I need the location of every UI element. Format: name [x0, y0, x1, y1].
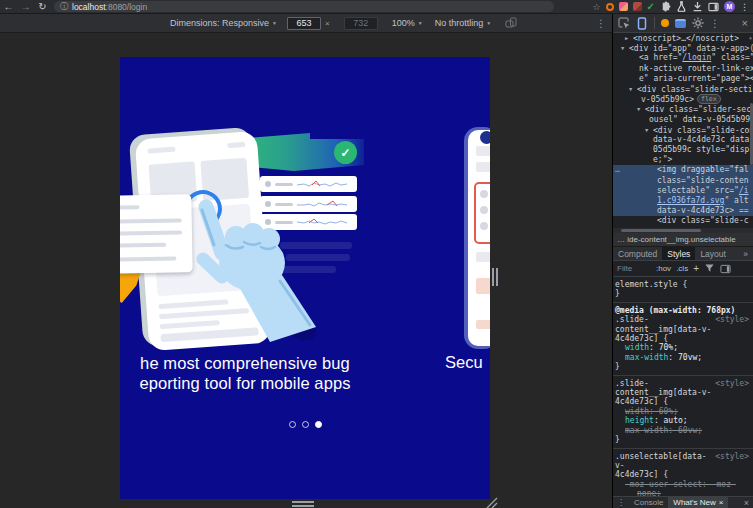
extension-red-icon[interactable] — [633, 2, 642, 11]
overridden-rule[interactable]: <style>.slide- content__img[data-v- 4c4d… — [613, 376, 753, 449]
tab-styles[interactable]: Styles — [662, 247, 695, 260]
tree-row-selected[interactable]: …<img draggable="fal — [613, 165, 753, 175]
twisty-icon[interactable]: ▼ — [645, 125, 653, 135]
selector-text[interactable]: .slide- — [615, 379, 649, 388]
viewport-resize-handle-bottom[interactable] — [292, 501, 314, 507]
css-property-overridden[interactable]: max-width: 60vw; — [615, 426, 749, 435]
carousel-dot-1[interactable] — [289, 421, 296, 428]
zoom-select[interactable]: 100% ▼ — [392, 18, 423, 28]
devtools-close-icon[interactable]: × — [742, 17, 748, 29]
hover-state-toggle[interactable]: :hov — [656, 264, 671, 273]
profile-avatar[interactable]: M — [724, 1, 735, 12]
viewport-resize-handle-corner[interactable] — [484, 495, 498, 508]
puzzle-icon[interactable] — [660, 1, 671, 12]
more-tabs-icon[interactable]: » — [738, 247, 753, 260]
twisty-icon[interactable]: ▼ — [629, 84, 637, 94]
css-property-overridden[interactable]: -moz-user-select: -moz- — [615, 480, 749, 489]
css-property[interactable]: height: auto; — [615, 416, 749, 425]
tab-close-icon[interactable]: × — [719, 498, 724, 507]
device-toolbar-menu-icon[interactable]: ⋮ — [596, 18, 606, 29]
selector-text[interactable]: 4c4de73c] { — [615, 334, 749, 343]
device-toggle-icon[interactable] — [636, 17, 648, 30]
bookmark-icon[interactable]: ☆ — [593, 2, 601, 12]
site-info-icon[interactable]: ⓘ — [60, 1, 68, 12]
tree-row-selected[interactable]: class="slide-conten — [613, 176, 753, 186]
tree-row[interactable]: nk-active router-link-exa — [613, 64, 753, 74]
flex-badge[interactable]: flex — [697, 94, 721, 104]
side-panel-icon[interactable] — [708, 2, 719, 12]
forward-icon[interactable]: → — [17, 0, 34, 14]
tree-row[interactable]: ▼<div class="slider-sectio — [613, 84, 753, 94]
back-icon[interactable]: ← — [0, 0, 17, 14]
style-origin-link[interactable]: <style> — [715, 452, 749, 461]
extension-check-icon[interactable]: ✓ — [647, 2, 655, 12]
viewport-height-input[interactable]: 732 — [344, 17, 378, 30]
selector-text[interactable]: 4c4de73c] { — [615, 470, 749, 479]
css-property-overridden[interactable]: none; — [615, 489, 749, 496]
tree-row[interactable]: e" aria-current="page"></a — [613, 74, 753, 84]
responsive-viewport[interactable]: ✓ — [120, 57, 490, 499]
download-icon[interactable] — [692, 1, 703, 12]
css-property[interactable]: max-width: 70vw; — [615, 353, 749, 362]
breadcrumb[interactable]: … ide-content__img.unselectable — [613, 233, 753, 247]
throttling-select[interactable]: No throttling ▼ — [435, 18, 491, 28]
tree-row[interactable]: ▼<div class="slide-con — [613, 125, 753, 135]
inspect-element-icon[interactable] — [618, 17, 630, 29]
flask-icon[interactable] — [676, 1, 687, 12]
twisty-icon[interactable]: ▶ — [625, 33, 633, 43]
selector-text[interactable]: .slide- — [615, 315, 649, 324]
tree-row[interactable]: ousel" data-v-05d5b99c> — [613, 115, 753, 125]
drawer-menu-icon[interactable]: ⋮ — [613, 498, 629, 507]
carousel-dot-3[interactable] — [315, 421, 322, 428]
style-origin-link[interactable]: <style> — [715, 379, 749, 388]
recorder-dot-icon[interactable] — [661, 19, 669, 27]
tree-row[interactable]: <a href="/login" class="r — [613, 53, 753, 63]
tab-layout[interactable]: Layout — [695, 247, 731, 260]
selector-text[interactable]: content__img[data-v- — [615, 388, 749, 397]
tree-row-selected[interactable]: 1.c936fa7d.svg" alt — [613, 196, 753, 206]
funnel-icon[interactable] — [704, 263, 715, 274]
tree-row[interactable]: ▼<div id="app" data-v-app>( — [613, 43, 753, 53]
tree-row[interactable]: e;"> — [613, 155, 753, 165]
tree-row-selected[interactable]: data-v-4c4de73c> == — [613, 206, 753, 216]
drawer-close-icon[interactable]: × — [740, 498, 753, 508]
twisty-icon[interactable]: ▼ — [637, 104, 645, 114]
element-style-rule[interactable]: element.style { } — [613, 277, 753, 303]
tree-row[interactable]: ▶<noscript>…</noscript> — [613, 33, 753, 43]
scroll-up-icon[interactable]: ▲ — [749, 34, 752, 40]
viewport-width-input[interactable]: 653 — [287, 17, 321, 30]
unselectable-rule[interactable]: <style>.unselectable[data-v- 4c4de73c] {… — [613, 449, 753, 497]
scrollbar-thumb[interactable] — [621, 229, 701, 232]
at-media-rule[interactable]: @media (max-width: 768px) — [615, 306, 749, 315]
selector-text[interactable]: content__img[data-v- — [615, 325, 749, 334]
address-bar[interactable]: ⓘ localhost :8080/login — [54, 1, 554, 12]
refresh-icon[interactable]: ↻ — [34, 0, 51, 14]
selector-text[interactable]: .unselectable[data-v- — [615, 452, 707, 470]
style-origin-link[interactable]: <style> — [715, 315, 749, 324]
tree-row[interactable]: v-05d5b99c>flex — [613, 94, 753, 104]
media-rule[interactable]: @media (max-width: 768px) <style>.slide-… — [613, 303, 753, 376]
gutter-ellipsis[interactable]: … — [615, 165, 620, 175]
tree-row[interactable]: <div class="slide-c — [613, 216, 753, 226]
devtools-menu-icon[interactable]: ⋮ — [710, 18, 720, 29]
panel-indicator-icon[interactable] — [675, 19, 686, 28]
browser-menu-icon[interactable]: ⋮ — [740, 2, 749, 12]
extension-orange-icon[interactable] — [606, 3, 614, 11]
element-style-open[interactable]: element.style { — [615, 280, 749, 289]
tree-row[interactable]: data-v-4c4de73c data- — [613, 135, 753, 145]
tree-row[interactable]: 05d5b99c style="displ — [613, 145, 753, 155]
css-property[interactable]: width: 70%; — [615, 343, 749, 352]
selector-text[interactable]: 4c4de73c] { — [615, 397, 749, 406]
settings-gear-icon[interactable] — [692, 17, 704, 29]
computed-sidebar-icon[interactable] — [720, 264, 731, 274]
extension-pink-icon[interactable] — [619, 2, 628, 11]
src-link[interactable]: /i — [739, 186, 749, 195]
carousel-dot-2[interactable] — [302, 421, 309, 428]
twisty-icon[interactable]: ▼ — [621, 43, 629, 53]
tree-horizontal-scrollbar[interactable] — [613, 228, 753, 233]
css-property-overridden[interactable]: width: 60%; — [615, 407, 749, 416]
viewport-resize-handle-right[interactable] — [492, 268, 498, 286]
dimensions-select[interactable]: Dimensions: Responsive ▼ — [170, 18, 277, 28]
class-toggle[interactable]: .cls — [676, 264, 688, 273]
rotate-viewport-icon[interactable] — [505, 17, 517, 30]
